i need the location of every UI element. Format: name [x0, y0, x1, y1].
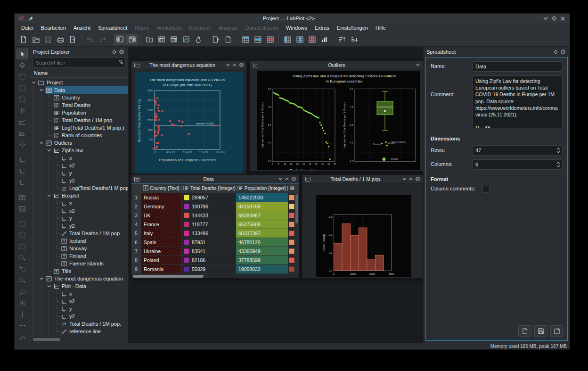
cell-country[interactable]: Poland: [141, 256, 182, 265]
tree-item-project[interactable]: Project: [30, 79, 128, 86]
shade-icon[interactable]: [415, 62, 421, 68]
expander-icon[interactable]: [38, 275, 45, 282]
cell-country[interactable]: Italy: [141, 229, 182, 238]
tree-item-plot-data[interactable]: Plot - Data: [30, 282, 128, 290]
maximize-window-icon[interactable]: [231, 62, 238, 68]
tree-item-country[interactable]: Country: [30, 94, 128, 101]
save-button[interactable]: [534, 325, 547, 337]
menu-item-datei[interactable]: Datei: [17, 24, 37, 32]
tree-item-the-most-dangerous-equation[interactable]: The most dangerous equation: [30, 275, 128, 282]
cell-country[interactable]: Ukraine: [141, 247, 182, 256]
save-as-button[interactable]: [550, 325, 564, 337]
shade-icon[interactable]: [401, 176, 408, 182]
filter-icon[interactable]: [118, 60, 123, 66]
menu-item-bearbeiten[interactable]: Bearbeiten: [37, 24, 70, 32]
tree-item-rank-of-countries[interactable]: Rank of countries: [30, 132, 128, 139]
spinbox-arrows-icon[interactable]: [556, 146, 560, 155]
row-number[interactable]: 2: [131, 202, 141, 211]
cell-population[interactable]: 46780120: [236, 238, 288, 247]
comment-field[interactable]: Using Zipf's Law for detecting European …: [472, 75, 563, 128]
pin-icon[interactable]: [27, 15, 34, 22]
toolbar-duplicate-button[interactable]: [222, 34, 234, 45]
toolbar-undo-button[interactable]: [84, 34, 96, 45]
window-data-spreadsheet[interactable]: Data Country {Text} [X]Total Deaths {Int…: [131, 174, 299, 279]
cell-country[interactable]: Spain: [141, 238, 182, 247]
toolbar-toggle-project-explorer-button[interactable]: [114, 34, 125, 45]
expander-icon[interactable]: [45, 282, 53, 290]
toolbar-insert-row-below-button[interactable]: [252, 34, 263, 45]
shade-icon[interactable]: [277, 176, 284, 182]
tree-item-title[interactable]: Title: [30, 267, 128, 275]
cell-total-deaths[interactable]: 118777: [182, 220, 236, 229]
shade-icon[interactable]: [225, 62, 231, 68]
cell-country[interactable]: Germany: [141, 202, 182, 211]
cell-rate-swatch[interactable]: [288, 238, 295, 247]
toolbar-insert-column-right-button[interactable]: [294, 34, 305, 45]
toolbar-new-folder-button[interactable]: [144, 34, 155, 45]
column-header-0[interactable]: Country {Text} [X]: [141, 183, 182, 193]
tree-item-text-label[interactable]: text label: [30, 335, 128, 337]
menu-item-einstellungen[interactable]: Einstellungen: [333, 24, 372, 32]
select-tool[interactable]: [16, 49, 28, 59]
cell-total-deaths[interactable]: 55829: [182, 265, 236, 274]
tree-item-data[interactable]: Data: [30, 86, 128, 94]
toolbar-new-spreadsheet-button[interactable]: [168, 34, 180, 45]
explorer-hscrollbar[interactable]: [32, 338, 126, 341]
tree-item-y[interactable]: y: [30, 305, 128, 313]
tree-item-total-deaths-1m-pop[interactable]: Total Deaths / 1M pop.: [30, 116, 128, 124]
tree-item-x2[interactable]: x2: [30, 297, 128, 305]
column-comments-checkbox[interactable]: [482, 186, 490, 193]
columns-spinbox[interactable]: [472, 159, 563, 170]
toolbar-insert-row-above-button[interactable]: [240, 34, 251, 45]
outliers-worksheet[interactable]: Using Zipf's law and a boxplot for detec…: [257, 71, 420, 170]
shift-right-tool[interactable]: [16, 286, 28, 297]
cell-total-deaths[interactable]: 144433: [182, 211, 236, 220]
toolbar-new-project-button[interactable]: [18, 34, 29, 45]
cell-total-deaths[interactable]: 100796: [182, 202, 236, 211]
maximize-window-icon[interactable]: [284, 176, 290, 182]
cell-population[interactable]: 65475608: [236, 220, 288, 229]
zoom-fit-tool[interactable]: [16, 241, 28, 252]
toolbar-new-notebook-button[interactable]: [193, 34, 204, 45]
tree-item-x2[interactable]: x2: [30, 162, 128, 169]
expander-icon[interactable]: [38, 86, 45, 94]
menu-item-windows[interactable]: Windows: [282, 24, 311, 32]
tree-item-outliers[interactable]: Outliers: [30, 139, 128, 147]
toolbar-sort-descending-button[interactable]: [348, 34, 359, 45]
row-number[interactable]: 4: [131, 220, 141, 229]
toolbar-new-workbook-button[interactable]: [156, 34, 167, 45]
table-hscrollbar[interactable]: [131, 274, 299, 278]
restore-button[interactable]: [518, 325, 531, 337]
maximize-window-icon[interactable]: [408, 176, 414, 182]
name-field[interactable]: [472, 61, 563, 72]
shift-left-tool[interactable]: [16, 275, 28, 286]
cell-population[interactable]: 37788599: [236, 256, 288, 265]
text-cursor-tool[interactable]: [16, 105, 28, 116]
cell-rate-swatch[interactable]: [288, 211, 295, 220]
cell-population[interactable]: 60337397: [236, 229, 288, 238]
tree-item-faeroe-islands[interactable]: Faeroe Islands: [30, 260, 128, 267]
column-header-1[interactable]: Total Deaths {Integer} [Y]: [182, 183, 236, 193]
tree-item-y2[interactable]: y2: [30, 222, 128, 230]
expander-icon[interactable]: [38, 139, 45, 147]
tree-item-x2[interactable]: x2: [30, 207, 128, 214]
cell-population[interactable]: 84158769: [236, 202, 288, 211]
float-dock-icon[interactable]: [552, 48, 559, 56]
cell-country[interactable]: UK: [141, 211, 182, 220]
expander-icon[interactable]: [45, 147, 53, 154]
tree-item-total-deaths-1m-pop[interactable]: Total Deaths / 1M pop.: [30, 230, 128, 237]
toolbar-remove-columns-button[interactable]: [306, 34, 318, 45]
zoom-select-tool[interactable]: [16, 71, 28, 82]
spread-horizontal-tool[interactable]: [16, 320, 28, 331]
expander-icon[interactable]: [30, 79, 38, 86]
shift-scale-tool[interactable]: [16, 139, 28, 150]
close-window-icon[interactable]: [238, 62, 245, 68]
toolbar-insert-column-left-button[interactable]: [282, 34, 293, 45]
toolbar-save-project-button[interactable]: [42, 34, 54, 45]
zoom-out-tool[interactable]: [16, 230, 28, 240]
close-dock-icon[interactable]: [559, 48, 567, 56]
tree-item-log-total-deaths-1-m-pop[interactable]: Log(Total Deaths/1 M pop.): [30, 124, 128, 132]
window-outliers[interactable]: Outliers Using Zipf's law and a boxplot …: [250, 60, 423, 172]
close-dock-icon[interactable]: [118, 48, 125, 56]
cell-rate-swatch[interactable]: [288, 220, 295, 229]
